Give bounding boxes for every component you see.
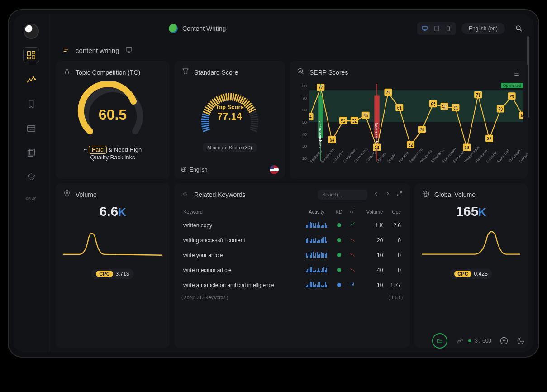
serp-x-axis: BacklinkoSimplilearnCourseraContentwr..C… [309,161,523,178]
cell-volume: 20 [359,233,385,248]
expand-icon[interactable] [396,191,403,199]
search-icon[interactable] [515,24,523,33]
cell-trend [346,233,359,248]
sidebar: SEO ©5.49 [13,14,49,352]
gv-sparkline [422,224,520,264]
svg-point-16 [516,26,520,30]
sidebar-item-notes[interactable] [23,96,39,112]
col-volume: Volume [359,206,385,218]
globe-grid-icon [422,190,430,199]
chart-menu-icon[interactable] [513,71,520,79]
chevron-left-icon[interactable] [373,191,379,199]
chevron-right-icon[interactable] [385,191,391,199]
device-tablet-icon[interactable] [431,24,442,33]
svg-rect-15 [447,26,449,31]
card-standard-score: Standard Score Top Score 77.14 Minimum S… [174,61,285,179]
collapse-button[interactable] [499,336,509,345]
trophy-icon [181,67,190,77]
table-row[interactable]: write an article on artificial intellige… [181,277,403,292]
version-label: ©5.49 [25,196,36,201]
rk-table: Keyword Activity KD Volume Cpc written c… [181,206,403,292]
usage-counter[interactable]: 3 / 600 [456,337,491,344]
ss-title: Standard Score [194,69,238,76]
sidebar-item-seo[interactable]: SEO [23,120,39,137]
volume-value: 6.6K [63,204,162,219]
rk-footer-right: ( 1 63 ) [388,295,403,300]
col-keyword: Keyword [181,206,301,218]
svg-rect-1 [32,52,34,54]
serp-title: SERP Scores [309,69,348,76]
volume-title: Volume [76,191,97,198]
page-title-group: Content Writing [169,24,226,33]
cell-trend [346,218,359,233]
cell-cpc: 0 [385,263,403,277]
col-trend [346,206,359,218]
flag-us-icon [270,165,279,174]
tc-caption: ~ Hard & Need High Quality Backlinks [63,146,162,161]
difficulty-badge: Hard [89,146,107,154]
pin-icon [63,190,71,199]
search-term: content writing [76,47,119,54]
cell-trend [346,263,359,277]
cell-kd [332,263,345,277]
ss-lang: English [190,167,207,173]
topbar: Content Writing English (en) [49,14,534,43]
sidebar-item-layers[interactable] [23,169,39,186]
rk-title: Related Keywords [194,191,246,198]
cell-cpc: 2.6 [385,218,403,233]
device-mobile-icon[interactable] [442,24,454,33]
tc-title: Topic Competition (TC) [76,69,140,76]
cell-volume: 10 [359,277,385,292]
cell-cpc: 0 [385,233,403,248]
col-cpc: Cpc [385,206,403,218]
cell-kd [332,277,345,292]
rk-footer-left: ( about 313 Keywords ) [181,295,228,300]
cell-keyword: written copy [181,218,301,233]
cell-cpc: 1.77 [385,277,403,292]
language-selector[interactable]: English (en) [461,23,505,34]
ss-gauge: Top Score 77.14 [191,83,268,142]
svg-rect-17 [126,48,132,51]
svg-point-111 [66,192,68,194]
cell-volume: 40 [359,263,385,277]
table-row[interactable]: written copy 1 K 2.6 [181,218,403,233]
sidebar-item-analytics[interactable] [23,72,39,88]
card-global-volume: Global Volume 165K CPC 0.42$ [414,183,528,348]
theme-toggle[interactable] [517,337,525,345]
svg-rect-3 [27,57,30,59]
ss-top-label: Top Score [215,104,244,110]
globe-icon [169,24,178,33]
cell-trend [346,277,359,292]
gv-value: 165K [422,204,520,219]
col-activity: Activity [301,206,332,218]
table-row[interactable]: writing successful content 20 0 [181,233,403,248]
sidebar-item-pages[interactable] [23,145,39,161]
main: Content Writing English (en) [49,14,534,352]
subheader: content writing [49,43,534,61]
card-topic-competition: Topic Competition (TC) 60.5 ~ Hard & Nee… [56,61,170,179]
usage-counter-text: 3 / 600 [475,338,491,344]
rk-search-input[interactable] [318,190,367,200]
svg-rect-13 [423,26,428,29]
page-title: Content Writing [182,25,226,32]
globe-outline-icon [181,166,187,174]
ss-min-label: Minimum Score (30) [203,143,257,152]
gv-cpc-pill: CPC 0.42$ [450,269,492,279]
cell-activity [301,263,332,277]
sidebar-item-dashboard[interactable] [23,47,39,63]
monitor-icon [125,46,133,55]
cell-kd [332,218,345,233]
bottombar: 3 / 600 [432,333,525,349]
cell-keyword: write medium article [181,263,301,277]
ss-value: 77.14 [217,110,242,122]
card-volume: Volume 6.6K CPC 3.71$ [56,183,170,348]
table-row[interactable]: write your article 10 0 [181,248,403,263]
folder-button[interactable] [432,333,447,349]
cell-activity [301,277,332,292]
table-row[interactable]: write medium article 40 0 [181,263,403,277]
cell-volume: 10 [359,248,385,263]
device-desktop-icon[interactable] [419,24,431,33]
volume-cpc-pill: CPC 3.71$ [91,269,133,279]
device-toggle [417,22,456,35]
avatar[interactable] [24,24,39,39]
